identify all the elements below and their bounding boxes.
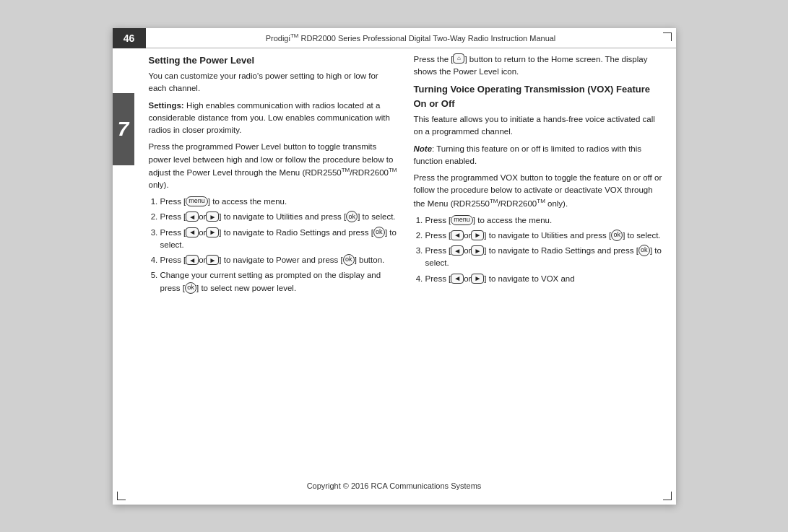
right-arrow-icon-r2: ► (471, 230, 484, 240)
right-steps-list: Press [menu] to access the menu. Press [… (425, 214, 663, 285)
menu-button-icon-r1: menu (451, 215, 473, 225)
ok-button-icon-r3: ok (638, 245, 650, 256)
corner-mark-br (663, 492, 672, 500)
back-button-icon: ⌂ (453, 53, 464, 64)
settings-label: Settings: (149, 101, 184, 110)
left-step-3: Press [◄or►] to navigate to Radio Settin… (160, 227, 398, 252)
left-arrow-icon-r2: ◄ (451, 230, 464, 240)
left-settings: Settings: High enables communication wit… (149, 100, 398, 137)
footer-text: Copyright © 2016 RCA Communications Syst… (307, 481, 482, 490)
chapter-number: 7 (118, 118, 129, 141)
right-body1: Press the [⌂] button to return to the Ho… (414, 53, 663, 79)
right-column: Press the [⌂] button to return to the Ho… (414, 53, 663, 476)
chapter-tab: 7 (113, 93, 134, 165)
right-step-4: Press [◄or►] to navigate to VOX and (425, 273, 663, 285)
left-step-4: Press [◄or►] to navigate to Power and pr… (160, 254, 398, 266)
right-arrow-icon: ► (206, 212, 219, 222)
settings-text: High enables communication with radios l… (149, 101, 390, 135)
left-step-5: Change your current setting as prompted … (160, 269, 398, 295)
left-arrow-icon-r3: ◄ (451, 245, 464, 256)
right-step-1: Press [menu] to access the menu. (425, 214, 663, 227)
right-arrow-icon3: ► (206, 255, 219, 265)
left-steps-list: Press [menu] to access the menu. Press [… (160, 196, 398, 295)
ok-button-icon3: ok (343, 254, 355, 266)
note-text: : Turning this feature on or off is limi… (414, 144, 642, 165)
left-arrow-icon3: ◄ (186, 255, 199, 265)
right-body3: Press the programmed VOX button to toggl… (414, 172, 663, 210)
left-step-1: Press [menu] to access the menu. (160, 196, 398, 208)
ok-button-icon4: ok (185, 282, 196, 294)
left-arrow-icon: ◄ (186, 212, 199, 222)
page-header: ProdigiTM RDR2000 Series Professional Di… (146, 28, 676, 48)
left-body1: Press the programmed Power Level button … (149, 141, 398, 191)
page-number: 46 (124, 32, 135, 44)
left-intro: You can customize your radio's power set… (149, 70, 398, 95)
left-arrow-icon2: ◄ (186, 227, 199, 237)
ok-button-icon2: ok (373, 227, 385, 238)
right-arrow-icon2: ► (206, 227, 219, 237)
ok-button-icon-r2: ok (611, 230, 623, 241)
right-arrow-icon-r3: ► (471, 245, 484, 256)
page-number-tab: 46 (113, 28, 146, 48)
left-column: Setting the Power Level You can customiz… (149, 53, 398, 476)
content-area: Setting the Power Level You can customiz… (149, 53, 663, 476)
left-section-title: Setting the Power Level (149, 53, 398, 68)
page: 46 7 ProdigiTM RDR2000 Series Profession… (113, 28, 676, 505)
header-text: ProdigiTM RDR2000 Series Professional Di… (266, 32, 556, 43)
left-step-2: Press [◄or►] to navigate to Utilities an… (160, 211, 398, 223)
corner-mark-bl (117, 492, 126, 500)
menu-button-icon: menu (186, 196, 208, 206)
right-step-2: Press [◄or►] to navigate to Utilities an… (425, 230, 663, 242)
right-body2: This feature allows you to initiate a ha… (414, 113, 663, 139)
page-footer: Copyright © 2016 RCA Communications Syst… (113, 479, 676, 492)
right-step-3: Press [◄or►] to navigate to Radio Settin… (425, 245, 663, 270)
right-section-title: Turning Voice Operating Transmission (VO… (414, 82, 663, 110)
ok-button-icon: ok (346, 211, 358, 222)
left-arrow-icon-r4: ◄ (451, 274, 464, 284)
note-label: Note (414, 144, 433, 153)
right-arrow-icon-r4: ► (471, 274, 484, 284)
right-note: Note: Turning this feature on or off is … (414, 143, 663, 168)
